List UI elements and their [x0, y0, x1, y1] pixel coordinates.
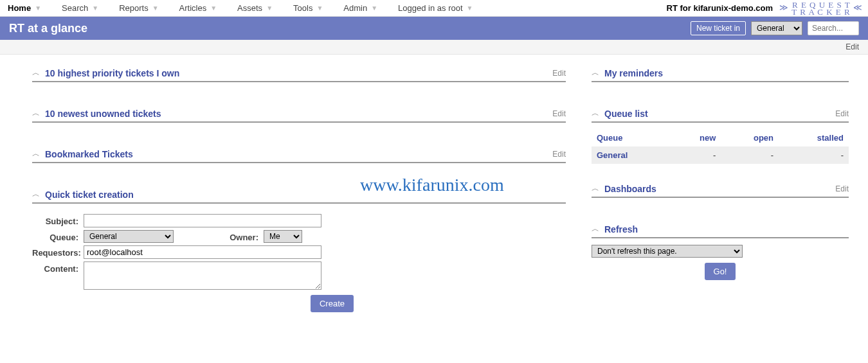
main-content: ︿ 10 highest priority tickets I own Edit…	[0, 55, 868, 351]
nav-home-label: Home	[8, 3, 31, 13]
widget-title: 10 highest priority tickets I own	[45, 68, 552, 78]
collapse-icon[interactable]: ︿	[32, 67, 40, 78]
widget-title: My reminders	[604, 68, 849, 78]
nav-search-label: Search	[62, 3, 88, 13]
widget-title: Quick ticket creation	[45, 190, 566, 200]
nav-logged-in-label: Logged in as root	[398, 3, 462, 13]
widget-quick-ticket: ︿ Quick ticket creation Subject: Queue: …	[32, 189, 566, 312]
widget-title: Dashboards	[604, 184, 835, 194]
collapse-icon[interactable]: ︿	[32, 148, 40, 159]
new-ticket-button[interactable]: New ticket in	[691, 21, 746, 35]
widget-queue-list: ︿ Queue list Edit Queue new open stalled…	[592, 108, 849, 164]
brand-text: RT for kifarunix-demo.com	[667, 3, 773, 13]
chevron-down-icon: ▼	[467, 4, 473, 12]
collapse-icon[interactable]: ︿	[32, 189, 40, 200]
cell-stalled: -	[779, 146, 849, 164]
requestors-label: Requestors:	[32, 245, 84, 258]
chevron-left-icon: ≪	[853, 2, 863, 12]
logo-bottom: T R A C K E R	[791, 7, 851, 17]
table-row: General - - -	[592, 146, 849, 164]
nav-menu: Home▼ Search▼ Reports▼ Articles▼ Assets▼…	[5, 3, 667, 13]
chevron-down-icon: ▼	[152, 4, 159, 12]
queue-link-general[interactable]: General	[597, 150, 628, 160]
nav-tools[interactable]: Tools▼	[291, 3, 329, 13]
widget-refresh: ︿ Refresh Don't refresh this page. Go!	[592, 224, 849, 280]
content-textarea[interactable]	[84, 261, 321, 290]
chevron-down-icon: ▼	[92, 4, 98, 12]
cell-open: -	[721, 146, 779, 164]
nav-right: RT for kifarunix-demo.com ≫ R E Q U E S …	[667, 1, 863, 15]
collapse-icon[interactable]: ︿	[32, 108, 40, 119]
new-ticket-queue-select[interactable]: General	[751, 21, 802, 35]
col-stalled: stalled	[779, 129, 849, 146]
right-column: ︿ My reminders ︿ Queue list Edit Queue n…	[592, 67, 849, 338]
page-edit-link[interactable]: Edit	[845, 42, 859, 51]
collapse-icon[interactable]: ︿	[592, 67, 599, 78]
collapse-icon[interactable]: ︿	[592, 108, 599, 119]
widget-title: 10 newest unowned tickets	[45, 109, 552, 119]
subject-input[interactable]	[84, 214, 321, 227]
page-title: RT at a glance	[9, 22, 87, 35]
left-column: ︿ 10 highest priority tickets I own Edit…	[32, 67, 566, 338]
widget-edit-link[interactable]: Edit	[835, 184, 849, 193]
widget-edit-link[interactable]: Edit	[552, 109, 566, 118]
owner-select[interactable]: Me	[264, 230, 302, 243]
nav-assets[interactable]: Assets▼	[235, 3, 279, 13]
queue-table: Queue new open stalled General - - -	[592, 129, 849, 164]
rt-logo[interactable]: ≫ R E Q U E S TT R A C K E R ≪	[779, 1, 863, 15]
col-open: open	[721, 129, 779, 146]
content-label: Content:	[32, 261, 84, 274]
nav-tools-label: Tools	[293, 3, 312, 13]
go-button[interactable]: Go!	[705, 263, 736, 280]
title-controls: New ticket in General	[691, 21, 859, 35]
nav-articles-label: Articles	[179, 3, 207, 13]
page-edit-strip: Edit	[0, 40, 868, 55]
chevron-down-icon: ▼	[266, 4, 273, 12]
collapse-icon[interactable]: ︿	[592, 224, 599, 235]
nav-assets-label: Assets	[237, 3, 262, 13]
widget-edit-link[interactable]: Edit	[552, 150, 566, 159]
col-new: new	[671, 129, 721, 146]
widget-dashboards: ︿ Dashboards Edit	[592, 183, 849, 198]
nav-reports[interactable]: Reports▼	[116, 3, 165, 13]
top-nav: Home▼ Search▼ Reports▼ Articles▼ Assets▼…	[0, 0, 868, 17]
create-button[interactable]: Create	[311, 295, 354, 312]
nav-articles[interactable]: Articles▼	[177, 3, 224, 13]
nav-home[interactable]: Home▼	[5, 3, 48, 13]
widget-title: Queue list	[604, 109, 835, 119]
widget-edit-link[interactable]: Edit	[835, 109, 849, 118]
chevron-down-icon: ▼	[210, 4, 217, 12]
nav-logged-in-as[interactable]: Logged in as root▼	[395, 3, 479, 13]
subject-label: Subject:	[32, 214, 84, 226]
title-bar: RT at a glance New ticket in General	[0, 17, 868, 40]
owner-label: Owner:	[174, 230, 264, 242]
nav-reports-label: Reports	[119, 3, 149, 13]
widget-my-reminders: ︿ My reminders	[592, 67, 849, 82]
chevron-down-icon: ▼	[35, 4, 41, 12]
collapse-icon[interactable]: ︿	[592, 183, 599, 194]
queue-select[interactable]: General	[84, 230, 174, 243]
search-input[interactable]	[808, 21, 859, 35]
col-queue: Queue	[592, 129, 671, 146]
widget-edit-link[interactable]: Edit	[552, 69, 566, 78]
widget-priority-tickets: ︿ 10 highest priority tickets I own Edit	[32, 67, 566, 82]
nav-admin-label: Admin	[343, 3, 367, 13]
widget-title: Refresh	[604, 224, 849, 235]
chevron-down-icon: ▼	[316, 4, 323, 12]
requestors-input[interactable]	[84, 245, 321, 259]
nav-search[interactable]: Search▼	[59, 3, 105, 13]
widget-title: Bookmarked Tickets	[45, 149, 552, 159]
widget-bookmarked-tickets: ︿ Bookmarked Tickets Edit	[32, 148, 566, 163]
chevron-right-icon: ≫	[779, 2, 789, 12]
queue-label: Queue:	[32, 230, 84, 242]
cell-new: -	[671, 146, 721, 164]
refresh-select[interactable]: Don't refresh this page.	[592, 245, 743, 258]
widget-unowned-tickets: ︿ 10 newest unowned tickets Edit	[32, 108, 566, 123]
chevron-down-icon: ▼	[371, 4, 377, 12]
nav-admin[interactable]: Admin▼	[341, 3, 384, 13]
